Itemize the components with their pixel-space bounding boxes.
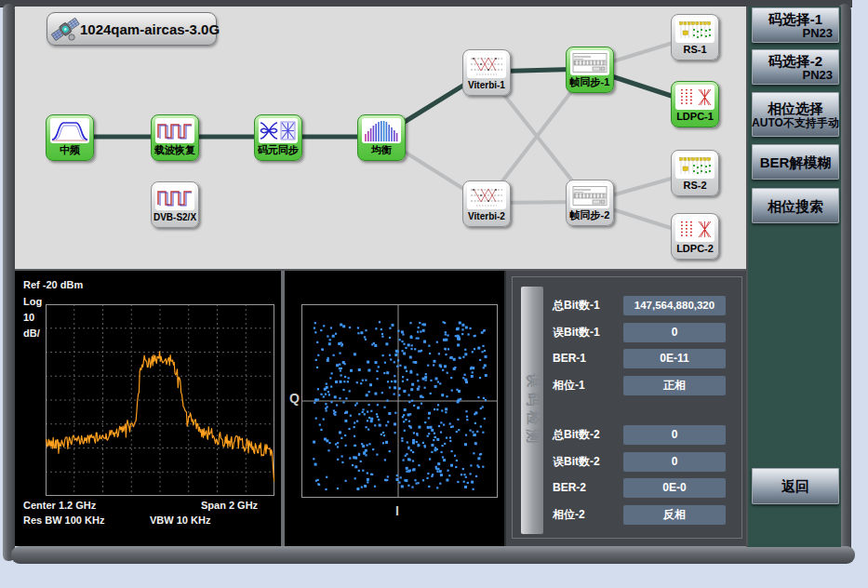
rs-icon [675, 154, 714, 179]
sidebar-button-sub-label: PN23 [752, 27, 839, 40]
sidebar-button-label: BER解模糊 [752, 154, 839, 170]
squarewave-icon [155, 185, 194, 210]
ber-stats-panel: 误码检测 总Bit数-1147,564,880,320误Bit数-10BER-1… [504, 271, 748, 546]
signal-flow-panel: 1024qam-aircas-3.0G 中频载波恢复码元同步均衡DVB-S2/X… [15, 7, 746, 271]
i-axis-label: I [395, 503, 399, 518]
sidebar-button-label: 码选择-1 [752, 11, 839, 27]
flow-node-ldpc2[interactable]: LDPC-2 [671, 213, 719, 260]
window-frame-left [3, 4, 15, 561]
flow-node-label: 码元同步 [255, 143, 301, 157]
stat-label-5: 误Bit数-2 [553, 452, 600, 472]
trellis-icon [467, 53, 506, 78]
flow-node-label: Viterbi-2 [463, 209, 510, 223]
sidebar-button-2[interactable]: 码选择-2PN23 [752, 49, 839, 85]
stat-value-7: 反相 [623, 505, 726, 525]
flow-node-label: 帧同步-1 [567, 75, 613, 89]
stat-value-6: 0E-0 [623, 478, 726, 498]
stat-label-2: BER-1 [553, 349, 586, 368]
back-button-label: 返回 [752, 478, 839, 494]
spectrum-panel: Ref -20 dBm Log 10 dB/ Center 1.2 GHz Sp… [15, 271, 281, 546]
flow-node-label: LDPC-2 [672, 242, 718, 256]
flow-node-label: LDPC-1 [672, 110, 718, 124]
modulation-title-label: 1024qam-aircas-3.0G [80, 21, 220, 37]
stat-label-3: 相位-1 [553, 376, 585, 395]
equalizer-icon [362, 118, 401, 143]
spectrum-scale-label: 10 [23, 312, 34, 323]
sidebar-button-3[interactable]: 相位选择AUTO不支持手动 [752, 92, 839, 137]
flow-node-label: 帧同步-2 [567, 208, 613, 222]
flow-node-f1[interactable]: 帧同步-1 [566, 47, 614, 93]
spectrum-unit-label: dB/ [23, 327, 40, 339]
flow-node-label: RS-2 [672, 179, 718, 193]
squarewave-icon [155, 118, 194, 143]
flow-node-label: 均衡 [358, 143, 405, 157]
sidebar-button-label: 码选择-2 [752, 53, 839, 69]
framesync-icon [570, 50, 609, 75]
flow-node-label: RS-1 [672, 43, 718, 57]
back-button[interactable]: 返回 [752, 468, 839, 504]
trellis-icon [467, 184, 506, 209]
constellation-panel: Q I [285, 271, 504, 546]
stat-value-3: 正相 [623, 376, 726, 395]
stat-label-7: 相位-2 [553, 505, 585, 525]
flow-node-dvb[interactable]: DVB-S2/X [151, 181, 199, 228]
eye-diagram-icon [259, 118, 298, 143]
ber-group-label: 误码检测 [524, 373, 541, 448]
constellation-plot [301, 304, 498, 498]
flow-node-label: Viterbi-1 [463, 78, 510, 92]
sidebar-button-sub-label: AUTO不支持手动 [752, 116, 839, 129]
stat-value-5: 0 [623, 452, 726, 472]
flow-node-eq[interactable]: 均衡 [357, 114, 406, 161]
flow-node-v1[interactable]: Viterbi-1 [462, 49, 511, 96]
stat-value-0: 147,564,880,320 [623, 296, 726, 315]
flow-node-rs1[interactable]: RS-1 [671, 14, 719, 60]
q-axis-label: Q [289, 391, 300, 406]
flow-node-label: 中频 [47, 143, 93, 157]
flow-node-label: 载波恢复 [152, 143, 198, 157]
window-frame-bottom [11, 546, 855, 564]
flow-node-v2[interactable]: Viterbi-2 [462, 180, 511, 227]
stat-label-0: 总Bit数-1 [553, 296, 600, 315]
stat-label-6: BER-2 [553, 478, 586, 498]
sidebar-button-label: 相位搜索 [752, 198, 839, 214]
spectrum-center-label: Center 1.2 GHz [23, 500, 96, 511]
ber-stats-border [512, 276, 742, 539]
spectrum-log-label: Log [23, 296, 42, 307]
flow-node-mid[interactable]: 中频 [46, 114, 94, 161]
framesync-icon [570, 183, 609, 208]
ldpc-icon [675, 217, 714, 242]
stat-value-4: 0 [623, 425, 726, 445]
sidebar-button-1[interactable]: 码选择-1PN23 [752, 7, 839, 43]
sidebar-button-5[interactable]: 相位搜索 [752, 188, 839, 223]
spectrum-plot [46, 304, 274, 496]
stat-label-4: 总Bit数-2 [553, 425, 600, 445]
ldpc-icon [675, 85, 714, 110]
flow-node-f2[interactable]: 帧同步-2 [566, 180, 614, 226]
sidebar: 返回 码选择-1PN23码选择-2PN23相位选择AUTO不支持手动BER解模糊… [746, 7, 841, 547]
modulation-title-button[interactable]: 1024qam-aircas-3.0G [47, 12, 217, 46]
spectrum-span-label: Span 2 GHz [201, 500, 258, 511]
stat-value-1: 0 [623, 323, 726, 342]
flow-node-carrier[interactable]: 载波恢复 [151, 114, 199, 161]
spectrum-vbw-label: VBW 10 KHz [150, 514, 210, 526]
spectrum-ref-label: Ref -20 dBm [23, 279, 83, 290]
ber-group-bar: 误码检测 [521, 287, 543, 534]
app-root: 1024qam-aircas-3.0G 中频载波恢复码元同步均衡DVB-S2/X… [0, 0, 868, 588]
stat-label-1: 误Bit数-1 [553, 323, 600, 342]
sidebar-button-label: 相位选择 [752, 100, 839, 116]
spectrum-rbw-label: Res BW 100 KHz [23, 514, 104, 526]
flow-node-label: DVB-S2/X [152, 210, 198, 224]
satellite-icon [50, 14, 80, 44]
rs-icon [675, 18, 714, 43]
sidebar-button-4[interactable]: BER解模糊 [752, 144, 839, 180]
bandpass-icon [50, 118, 89, 143]
sidebar-button-sub-label: PN23 [752, 69, 839, 82]
stat-value-2: 0E-11 [623, 349, 726, 368]
flow-node-ldpc1[interactable]: LDPC-1 [671, 81, 719, 127]
flow-node-symbol[interactable]: 码元同步 [254, 114, 302, 161]
flow-node-rs2[interactable]: RS-2 [671, 150, 719, 196]
